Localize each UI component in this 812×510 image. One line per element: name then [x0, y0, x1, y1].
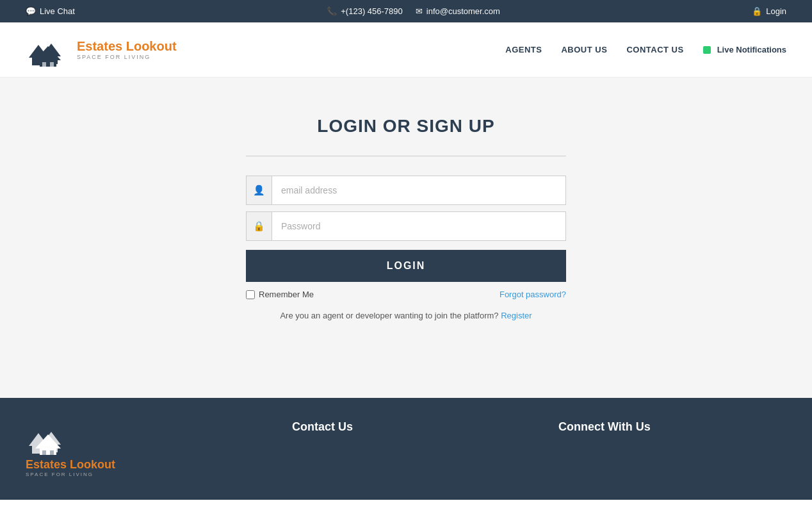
lock-field-icon: 🔒 — [247, 212, 272, 240]
logo-name: Estates Lookout — [77, 39, 177, 54]
footer: Estates Lookout SPACE FOR LIVING Contact… — [0, 398, 812, 500]
login-topbar[interactable]: 🔒 Login — [752, 6, 786, 16]
email-input-group: 👤 — [246, 176, 566, 205]
email-info: ✉ info@customer.com — [416, 6, 500, 16]
live-chat[interactable]: 💬 Live Chat — [26, 6, 75, 16]
footer-logo-svg — [26, 420, 70, 456]
form-footer: Remember Me Forgot password? — [246, 290, 566, 299]
password-input-group: 🔒 — [246, 211, 566, 241]
nav-notifications[interactable]: Live Notifications — [703, 45, 786, 54]
logo[interactable]: Estates Lookout SPACE FOR LIVING — [26, 32, 177, 67]
logo-svg — [26, 32, 70, 67]
remember-me-text: Remember Me — [259, 290, 314, 299]
logo-text: Estates Lookout SPACE FOR LIVING — [77, 39, 177, 60]
footer-connect-title: Connect With Us — [558, 420, 786, 434]
login-button[interactable]: LOGIN — [246, 250, 566, 282]
nav-agents[interactable]: AGENTS — [505, 45, 542, 54]
svg-rect-5 — [40, 60, 56, 67]
svg-rect-14 — [42, 450, 46, 455]
register-prompt: Are you an agent or developer wanting to… — [280, 311, 498, 320]
remember-me-checkbox[interactable] — [246, 290, 255, 299]
login-label: Login — [766, 6, 786, 16]
footer-logo-tagline: SPACE FOR LIVING — [26, 472, 254, 477]
main-content: LOGIN OR SIGN UP 👤 🔒 LOGIN Remember Me F… — [0, 78, 812, 398]
contact-info: 📞 +(123) 456-7890 ✉ info@customer.com — [327, 6, 500, 16]
logo-main-text: Estates — [77, 39, 126, 53]
top-bar: 💬 Live Chat 📞 +(123) 456-7890 ✉ info@cus… — [0, 0, 812, 22]
header: Estates Lookout SPACE FOR LIVING AGENTS … — [0, 22, 812, 78]
remember-me-label[interactable]: Remember Me — [246, 290, 314, 299]
svg-rect-13 — [40, 448, 56, 455]
live-chat-label: Live Chat — [40, 6, 75, 16]
footer-logo-name: Estates Lookout — [26, 458, 254, 472]
nav-about[interactable]: ABOUT US — [561, 45, 607, 54]
svg-rect-15 — [50, 450, 54, 455]
email-icon: ✉ — [416, 6, 423, 16]
logo-accent: Lookout — [126, 39, 177, 53]
divider — [246, 156, 566, 156]
logo-tagline: SPACE FOR LIVING — [77, 54, 177, 60]
footer-connect: Connect With Us — [558, 420, 786, 440]
register-section: Are you an agent or developer wanting to… — [246, 311, 566, 320]
page-title: LOGIN OR SIGN UP — [317, 116, 494, 136]
phone-info: 📞 +(123) 456-7890 — [327, 6, 403, 16]
svg-rect-6 — [42, 62, 46, 67]
main-nav: AGENTS ABOUT US CONTACT US Live Notifica… — [505, 45, 786, 54]
lock-icon: 🔒 — [752, 6, 762, 16]
footer-contact-title: Contact Us — [292, 420, 520, 434]
phone-number: +(123) 456-7890 — [341, 6, 403, 16]
phone-icon: 📞 — [327, 6, 337, 16]
notifications-label: Live Notifications — [717, 45, 786, 54]
footer-contact: Contact Us — [292, 420, 520, 440]
email-field[interactable] — [272, 176, 565, 204]
svg-rect-7 — [50, 62, 54, 67]
nav-contact[interactable]: CONTACT US — [626, 45, 683, 54]
chat-icon: 💬 — [26, 6, 36, 16]
register-link[interactable]: Register — [501, 311, 532, 320]
footer-logo: Estates Lookout SPACE FOR LIVING — [26, 420, 254, 477]
notification-dot — [703, 46, 711, 54]
user-icon: 👤 — [247, 176, 272, 204]
password-field[interactable] — [272, 212, 565, 240]
forgot-password-link[interactable]: Forgot password? — [499, 290, 566, 299]
login-form: 👤 🔒 LOGIN Remember Me Forgot password? A… — [246, 176, 566, 320]
email-address: info@customer.com — [426, 6, 500, 16]
